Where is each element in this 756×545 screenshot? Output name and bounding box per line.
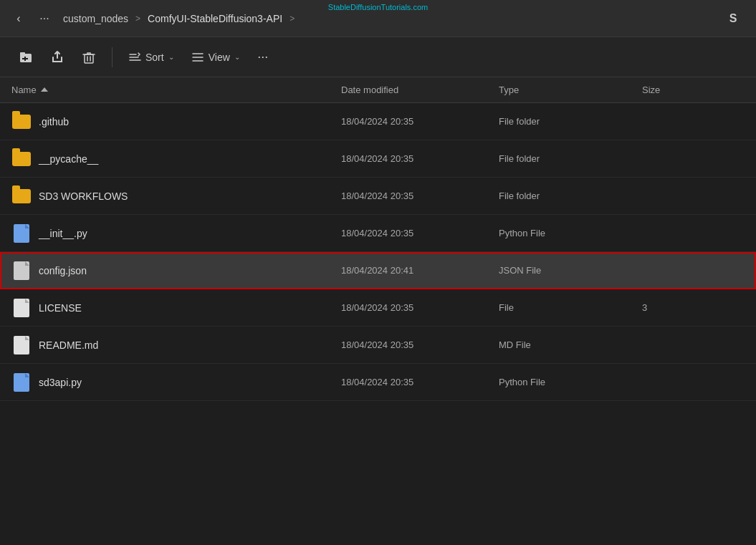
file-list: .github 18/04/2024 20:35 File folder __p…	[0, 103, 756, 401]
file-type: Python File	[499, 228, 642, 238]
file-name: sd3api.py	[39, 377, 341, 388]
python-file-icon	[14, 373, 29, 392]
file-date: 18/04/2024 20:35	[341, 339, 499, 350]
sort-chevron-icon: ⌄	[168, 53, 174, 61]
breadcrumb: custom_nodes > ComfyUI-StableDiffusion3-…	[60, 11, 295, 26]
file-date: 18/04/2024 20:41	[341, 265, 499, 276]
breadcrumb-custom-nodes[interactable]: custom_nodes	[60, 11, 131, 26]
file-name: LICENSE	[39, 302, 341, 314]
file-name: .github	[39, 116, 341, 127]
file-type: File folder	[499, 190, 642, 201]
toolbar: Sort ⌄ View ⌄ ···	[0, 37, 756, 77]
file-type: File	[499, 302, 642, 313]
view-chevron-icon: ⌄	[234, 53, 240, 61]
file-icon-container	[11, 223, 32, 243]
file-name: __pycache__	[39, 153, 341, 165]
file-date: 18/04/2024 20:35	[341, 228, 499, 238]
column-date-modified[interactable]: Date modified	[341, 85, 499, 95]
folder-icon	[12, 152, 31, 166]
table-row[interactable]: config.json 18/04/2024 20:41 JSON File	[0, 252, 756, 289]
watermark: StableDiffusionTutorials.com	[328, 3, 428, 11]
file-icon-container	[11, 186, 32, 206]
table-row[interactable]: .github 18/04/2024 20:35 File folder	[0, 103, 756, 140]
new-folder-button[interactable]	[11, 44, 40, 70]
file-name: README.md	[39, 339, 341, 351]
view-button[interactable]: View ⌄	[184, 44, 247, 70]
file-date: 18/04/2024 20:35	[341, 377, 499, 387]
sort-button[interactable]: Sort ⌄	[121, 44, 181, 70]
folder-icon	[12, 189, 31, 203]
file-icon-container	[11, 335, 32, 355]
delete-icon	[82, 50, 96, 64]
svg-rect-1	[20, 52, 25, 55]
table-row[interactable]: SD3 WORKFLOWS 18/04/2024 20:35 File fold…	[0, 178, 756, 215]
file-icon-container	[11, 298, 32, 318]
file-date: 18/04/2024 20:35	[341, 190, 499, 201]
folder-icon	[12, 115, 31, 129]
file-date: 18/04/2024 20:35	[341, 153, 499, 164]
share-icon	[50, 50, 64, 64]
sort-ascending-icon	[41, 87, 48, 92]
breadcrumb-current-folder[interactable]: ComfyUI-StableDiffusion3-API	[145, 11, 285, 26]
file-type: Python File	[499, 377, 642, 387]
json-file-icon	[14, 261, 29, 280]
file-name: SD3 WORKFLOWS	[39, 190, 341, 202]
view-label: View	[209, 52, 230, 63]
sort-icon	[128, 51, 141, 64]
file-icon-container	[11, 112, 32, 132]
file-size: 3	[642, 302, 745, 313]
file-icon-container	[11, 261, 32, 281]
title-bar-search-label: S	[719, 7, 747, 30]
nav-dots-button[interactable]: ···	[34, 9, 54, 29]
delete-button[interactable]	[75, 44, 103, 70]
file-type: MD File	[499, 339, 642, 350]
file-date: 18/04/2024 20:35	[341, 302, 499, 313]
table-row[interactable]: README.md 18/04/2024 20:35 MD File	[0, 327, 756, 364]
svg-rect-3	[22, 58, 28, 59]
file-icon	[14, 299, 29, 317]
sort-label: Sort	[145, 52, 164, 63]
svg-rect-4	[85, 54, 93, 63]
table-row[interactable]: __pycache__ 18/04/2024 20:35 File folder	[0, 140, 756, 178]
table-row[interactable]: sd3api.py 18/04/2024 20:35 Python File	[0, 364, 756, 401]
column-type[interactable]: Type	[499, 85, 642, 95]
breadcrumb-separator-1: >	[135, 14, 140, 24]
breadcrumb-expand-arrow[interactable]: >	[290, 14, 295, 24]
file-name: __init__.py	[39, 228, 341, 239]
nav-dots-label: ···	[39, 12, 49, 25]
table-row[interactable]: LICENSE 18/04/2024 20:35 File 3	[0, 289, 756, 327]
file-name: config.json	[39, 265, 341, 276]
file-list-header: Name Date modified Type Size	[0, 77, 756, 103]
column-name-label: Name	[11, 85, 37, 95]
table-row[interactable]: __init__.py 18/04/2024 20:35 Python File	[0, 215, 756, 252]
python-file-icon	[14, 224, 29, 243]
share-button[interactable]	[43, 44, 72, 70]
back-button[interactable]: ‹	[9, 9, 29, 29]
more-options-label: ···	[257, 49, 268, 64]
file-type: JSON File	[499, 265, 642, 276]
file-icon-container	[11, 149, 32, 169]
file-type: File folder	[499, 153, 642, 164]
view-icon	[191, 51, 204, 64]
more-options-button[interactable]: ···	[250, 44, 276, 70]
file-type: File folder	[499, 116, 642, 127]
file-icon-container	[11, 372, 32, 392]
toolbar-divider	[112, 47, 113, 67]
file-icon	[14, 336, 29, 355]
file-date: 18/04/2024 20:35	[341, 116, 499, 127]
column-name[interactable]: Name	[11, 85, 341, 95]
new-folder-icon	[19, 50, 33, 64]
column-size[interactable]: Size	[642, 85, 745, 95]
